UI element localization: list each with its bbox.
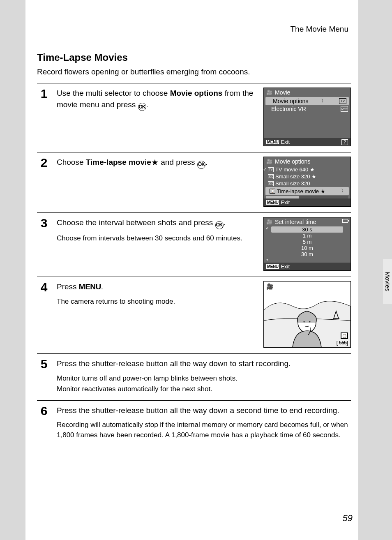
check-icon: ✓ (265, 226, 269, 231)
ok-icon: OK (197, 161, 205, 169)
movie-icon: 🎥 (266, 283, 273, 290)
page-title: Time-Lapse Movies (37, 52, 351, 63)
step-number: 4 (37, 281, 51, 348)
option-time-lapse: ⌚Time-lapse movie ★〉 (265, 187, 349, 195)
step-3: 3 Choose the interval between shots and … (37, 212, 351, 277)
page-subtitle: Record flowers opening or butterflies em… (37, 67, 351, 76)
star-icon: ★ (151, 158, 159, 167)
svg-point-3 (309, 321, 311, 323)
step-number: 3 (37, 217, 51, 271)
step-5: 5 Press the shutter-release button all t… (37, 353, 351, 400)
section-header: The Movie Menu (37, 25, 351, 34)
menu-chip-icon: MENU (266, 140, 279, 144)
check-icon: ✓ (263, 167, 267, 172)
step-subtext: Monitor turns off and power-on lamp blin… (57, 374, 351, 384)
ok-icon: OK (215, 221, 224, 229)
interval-5m: 5 m (271, 239, 343, 245)
timelapse-icon: ⌚ (270, 189, 275, 194)
menu-chip-icon: MENU (266, 200, 279, 205)
svg-point-2 (304, 321, 305, 323)
movie-icon (266, 90, 272, 95)
battery-icon (342, 219, 348, 223)
step-subtext: Choose from intervals between 30 seconds… (57, 233, 256, 244)
menu-item-movie-options: Movie options 〉 TV (265, 97, 349, 105)
movie-icon (266, 219, 272, 225)
step-number: 5 (37, 358, 51, 395)
option-small-320-star: 320Small size 320 ★ (264, 173, 350, 180)
menu-item-electronic-vr: Electronic VR OFF (264, 105, 350, 113)
step-1: 1 Use the multi selector to choose Movie… (37, 83, 351, 152)
step-4: 4 Press MENU. The camera returns to shoo… (37, 277, 351, 353)
size-icon: 320 (268, 174, 274, 179)
interval-1m: 1 m (271, 233, 343, 239)
timelapse-mode-icon: ⌚ (341, 332, 348, 339)
tv-badge-icon: TV (339, 98, 346, 104)
step-subtext: Recording will automatically stop if the… (57, 420, 351, 440)
help-icon: ? (341, 139, 348, 145)
step-subtext: Monitor reactivates automatically for th… (57, 384, 351, 395)
movie-icon (266, 159, 272, 164)
option-tv-movie: ✓TVTV movie 640 ★ (264, 166, 350, 173)
interval-10m: 10 m (271, 245, 343, 251)
chevron-down-icon: ▾ (264, 257, 350, 262)
scrollbar (266, 196, 348, 198)
ok-icon: OK (138, 103, 146, 111)
interval-30m: 30 m (271, 251, 343, 257)
chevron-right-icon: 〉 (341, 187, 346, 195)
interval-30s: 30 s (271, 226, 343, 233)
lcd-screenshot-movie-options: Movie options ✓TVTV movie 640 ★ 320Small… (263, 157, 351, 207)
tv-size-icon: TV (268, 167, 274, 172)
lcd-screenshot-interval: Set interval time ✓ 30 s 1 m 5 m 10 m 30… (263, 217, 351, 271)
step-text: Use the multi selector to choose Movie o… (57, 88, 256, 111)
step-text: Press the shutter-release button all the… (57, 405, 351, 416)
off-badge-icon: OFF (341, 106, 348, 112)
lcd-screenshot-shooting: 🎥 ⌚ (263, 281, 351, 348)
step-number: 1 (37, 88, 51, 146)
page-number: 59 (343, 513, 353, 524)
size-icon: 320 (268, 181, 274, 186)
step-text: Choose Time-lapse movie★ and press OK. (57, 157, 256, 169)
step-number: 6 (37, 405, 51, 441)
frame-counter: [ 555] (337, 340, 348, 346)
chevron-right-icon: 〉 (321, 97, 327, 105)
step-subtext: The camera returns to shooting mode. (57, 297, 256, 307)
step-text: Choose the interval between shots and pr… (57, 217, 256, 229)
menu-chip-icon: MENU (266, 264, 279, 269)
step-text: Press MENU. (57, 281, 256, 293)
manual-page: The Movie Menu Time-Lapse Movies Record … (25, 0, 358, 540)
section-tab: Movies (383, 259, 392, 304)
option-small-320: 320Small size 320 (264, 180, 350, 187)
step-number: 2 (37, 157, 51, 207)
step-2: 2 Choose Time-lapse movie★ and press OK.… (37, 152, 351, 212)
step-text: Press the shutter-release button all the… (57, 358, 351, 369)
lcd-screenshot-movie-menu: Movie Movie options 〉 TV Electronic VR O… (263, 88, 351, 146)
step-6: 6 Press the shutter-release button all t… (37, 400, 351, 446)
